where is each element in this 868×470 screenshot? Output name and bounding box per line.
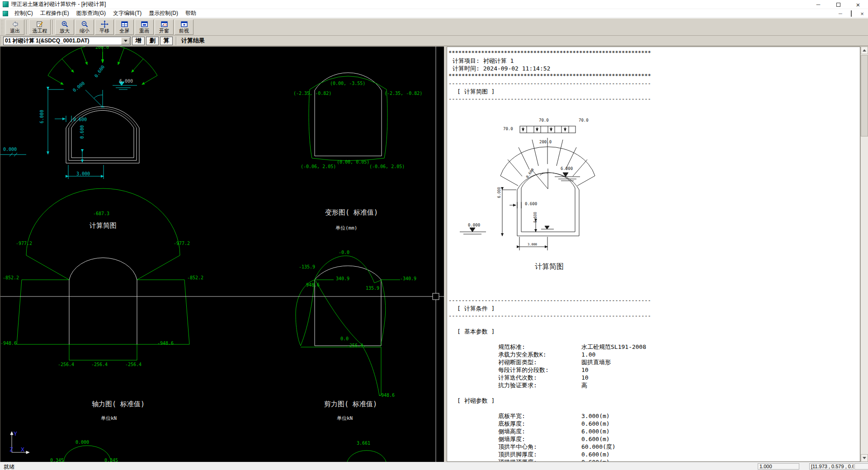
main-toolbar: 退出 选工程 放大 缩小 平 [0, 18, 868, 36]
ucs-y-label: Y [14, 431, 17, 436]
workspace: 200.00.6006.0000.0000.6006.0000.6003.000… [0, 46, 868, 462]
add-button[interactable]: 增 [132, 37, 145, 45]
status-coords: [11.973 , 0.579 , 0.000] [809, 463, 854, 470]
rp-load-value: 70.0 [579, 118, 589, 123]
fig4-unit: 单位kN [337, 416, 353, 421]
project-combobox[interactable]: 01 衬砌计算 1(&SDCQ_0001.DAT) [3, 37, 131, 45]
fig4-value: -135.9 [299, 264, 315, 269]
param-value: 水工砼规范SL191-2008 [581, 343, 646, 351]
fig2-caption: 变形图( 标准值) [325, 210, 378, 215]
param-label: 顶拱拱脚厚度: [498, 451, 581, 458]
app-icon [3, 1, 9, 7]
fig2-unit: 单位(mm) [335, 226, 358, 230]
toolbar-button-pan[interactable]: 平移 [95, 19, 114, 35]
param-row: 侧墙厚度:0.600(m) [447, 435, 860, 443]
cad-canvas[interactable]: 200.00.6006.0000.0000.6006.0000.6003.000… [0, 47, 444, 462]
param-row: 抗力验证要求:高 [447, 381, 860, 389]
fig3-value: -852.2 [187, 275, 203, 280]
ucs-x-label: X [21, 447, 24, 452]
param-value: 10 [581, 374, 589, 381]
project-bar: 01 衬砌计算 1(&SDCQ_0001.DAT) 增 删 算 计算结果 [0, 36, 868, 46]
mdi-minimize-button[interactable]: ─ [837, 11, 844, 16]
window-title: 理正岩土隧道衬砌计算软件 - [衬砌计算] [11, 0, 106, 8]
arrow-up-icon [863, 49, 866, 52]
fig1-caption: 计算简图 [90, 223, 117, 228]
rp-load-value: 70.0 [503, 127, 513, 132]
fig1-dim: 0.600 [73, 117, 87, 122]
cad-linework [0, 47, 444, 462]
report-section-basic: [ 基本参数 ] [447, 328, 860, 335]
fig1-dim: 0.600 [80, 125, 85, 139]
param-row: 底板半宽:3.000(m) [447, 412, 860, 420]
fig3-value: -256.4 [125, 362, 142, 367]
toolbar-button-exit[interactable]: 退出 [5, 19, 24, 35]
fig2-coord: (0.00, -3.55) [330, 81, 365, 86]
scrollbar-up-button[interactable] [861, 47, 868, 54]
menu-item-text-edit[interactable]: 文字编辑(T) [109, 9, 145, 18]
project-combobox-value: 01 衬砌计算 1(&SDCQ_0001.DAT) [4, 37, 120, 45]
mdi-close-button[interactable]: × [859, 10, 865, 17]
param-label: 底板半宽: [498, 412, 581, 420]
menu-item-control[interactable]: 控制(C) [11, 9, 37, 18]
fig4-value: 135.9 [366, 286, 379, 291]
rp-dim: 0.600 [525, 202, 537, 207]
fig2-coord: (-0.06, 2.05) [369, 164, 405, 169]
toolbar-drag-handle[interactable] [1, 20, 4, 34]
calculate-button[interactable]: 算 [160, 37, 173, 45]
fig1-dim: 6.000 [39, 110, 44, 123]
restore-button[interactable] [828, 0, 848, 9]
report-panel: ****************************************… [447, 47, 860, 462]
param-value: 6.000(m) [581, 428, 610, 435]
report-divider: ----------------------------------------… [447, 80, 651, 88]
scrollbar-down-button[interactable] [861, 454, 868, 462]
toolbar-button-zoom-in[interactable]: 放大 [55, 19, 74, 35]
title-bar: 理正岩土隧道衬砌计算软件 - [衬砌计算] ─ × [0, 0, 868, 9]
chevron-down-icon [124, 40, 127, 42]
menu-item-display-control[interactable]: 显示控制(D) [145, 9, 182, 18]
pan-icon [101, 20, 108, 28]
menu-item-graphic-query[interactable]: 图形查询(G) [73, 9, 109, 18]
menu-item-project-ops[interactable]: 工程操作(E) [37, 9, 73, 18]
param-label: 顶拱半中心角: [498, 443, 581, 451]
fig4-value: 0.0 [340, 336, 349, 341]
fig4-value: 948.6 [306, 282, 320, 287]
toolbar-button-zoom-out[interactable]: 缩小 [75, 19, 94, 35]
fig1-tunnel-outline [66, 107, 139, 163]
fig3-caption: 轴力图( 标准值) [92, 402, 145, 407]
crosshair [0, 47, 444, 462]
toolbar-button-window-zoom[interactable]: 开窗 [155, 19, 174, 35]
zoom-out-icon [81, 20, 89, 28]
fig5-value: 0.000 [75, 440, 89, 445]
projectbar-drag-handle[interactable] [0, 37, 3, 45]
fig1-dim: 3.000 [76, 171, 90, 176]
mdi-restore-button[interactable] [848, 11, 854, 16]
close-icon: × [856, 1, 860, 9]
close-button[interactable]: × [848, 0, 868, 9]
param-label: 衬砌断面类型: [498, 358, 581, 366]
redraw-icon [141, 20, 148, 28]
fig3-structure-outline [69, 258, 137, 344]
report-section-diagram: [ 计算简图 ] [447, 88, 860, 95]
report-section-conditions: [ 计算条件 ] [447, 305, 860, 312]
window-zoom-icon [160, 20, 168, 28]
fig1-load-value: 200.0 [95, 47, 109, 50]
toolbar-button-full-screen[interactable]: 全屏 [115, 19, 134, 35]
minimize-button[interactable]: ─ [808, 0, 828, 9]
fig2-deformed-outline [309, 76, 387, 161]
calc-result-label[interactable]: 计算结果 [179, 37, 208, 45]
param-value: 0.600(m) [581, 451, 610, 458]
menu-item-help[interactable]: 帮助 [182, 9, 200, 18]
toolbar-button-front-view[interactable]: 前视 [175, 19, 193, 35]
combobox-dropdown-button[interactable] [121, 38, 130, 44]
fig4-caption: 剪力图( 标准值) [324, 402, 377, 407]
fig5-value: 3.661 [357, 441, 370, 446]
zoom-in-icon [61, 20, 69, 28]
rp-water-level: 6.000 [561, 166, 573, 171]
delete-button[interactable]: 删 [146, 37, 159, 45]
scrollbar-thumb[interactable] [861, 55, 868, 136]
toolbar-button-redraw[interactable]: 重画 [135, 19, 154, 35]
select-project-icon [36, 20, 44, 28]
rp-dim: 6.000 [497, 187, 502, 198]
scrollbar-track[interactable] [860, 47, 868, 462]
toolbar-button-select-project[interactable]: 选工程 [29, 19, 51, 35]
